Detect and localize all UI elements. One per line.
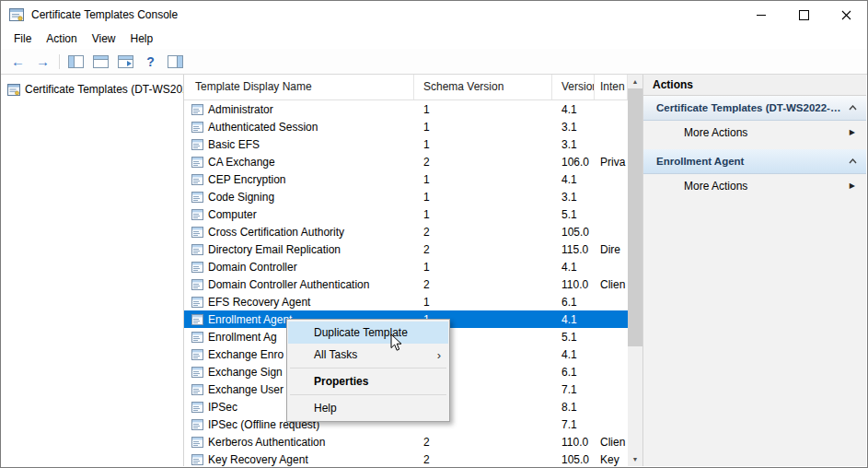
menu-separator [290, 394, 446, 395]
list-item[interactable]: Key Recovery Agent2105.0Key [184, 450, 628, 466]
list-item[interactable]: Authenticated Session13.1 [184, 118, 628, 135]
list-item[interactable]: Cross Certification Authority2105.0 [184, 223, 628, 240]
version-cell: 3.1 [552, 121, 595, 134]
version-cell: 4.1 [552, 173, 595, 186]
console-tree-pane: Certificate Templates (DT-WS202 [2, 75, 184, 466]
list-item[interactable]: Computer15.1 [184, 205, 628, 223]
action-item-label: More Actions [684, 126, 747, 139]
toolbar-forward-button[interactable]: → [31, 51, 54, 72]
action-item-more-actions[interactable]: More Actions▶ [643, 174, 866, 197]
list-item[interactable]: EFS Recovery Agent16.1 [184, 293, 628, 310]
menu-bar: FileActionViewHelp [1, 29, 867, 49]
version-cell: 4.1 [552, 313, 595, 326]
version-cell: 7.1 [552, 418, 595, 431]
menu-help[interactable]: Help [123, 29, 161, 48]
toolbar-separator [59, 54, 60, 69]
actions-group-header[interactable]: Certificate Templates (DT-WS2022-01... [643, 96, 866, 121]
app-icon [9, 8, 24, 22]
toolbar-help-button[interactable]: ? [139, 51, 162, 72]
version-cell: 106.0 [552, 156, 595, 169]
schema-version-cell: 1 [414, 296, 552, 309]
close-button[interactable] [825, 1, 867, 29]
list-item[interactable]: Domain Controller14.1 [184, 258, 628, 275]
template-name-cell: EFS Recovery Agent [184, 296, 414, 309]
export-list-icon [118, 55, 133, 68]
menu-view[interactable]: View [85, 29, 123, 48]
list-item[interactable]: CEP Encryption14.1 [184, 170, 628, 188]
collapse-chevron-icon[interactable] [849, 105, 857, 111]
list-item[interactable]: Kerberos Authentication2110.0Clien [184, 433, 628, 450]
menu-action[interactable]: Action [39, 29, 84, 48]
minimize-icon [757, 15, 766, 16]
context-menu-item-properties[interactable]: Properties [288, 370, 448, 392]
help-icon: ? [146, 54, 155, 69]
forward-icon: → [36, 54, 50, 68]
list-scrollbar[interactable]: ▲ ▼ [628, 75, 642, 466]
list-item[interactable]: Code Signing13.1 [184, 188, 628, 205]
template-name-cell: Directory Email Replication [184, 243, 414, 256]
template-name-cell: Cross Certification Authority [184, 226, 414, 239]
schema-version-cell: 2 [414, 436, 552, 449]
properties-icon [93, 55, 109, 68]
toolbar-properties-button[interactable] [89, 51, 112, 72]
certificate-template-icon [191, 419, 203, 430]
toolbar-show-console-tree-button[interactable] [64, 51, 87, 72]
template-name: Key Recovery Agent [208, 453, 308, 466]
template-name: Exchange Sign [208, 366, 283, 379]
certificate-template-icon [191, 402, 203, 413]
list-item[interactable]: CA Exchange2106.0Priva [184, 153, 628, 170]
context-menu-item-help[interactable]: Help [288, 397, 448, 419]
schema-version-cell: 1 [414, 261, 552, 274]
column-header-version[interactable]: Version [552, 75, 595, 99]
schema-version-cell: 1 [414, 138, 552, 151]
scrollbar-up-arrow[interactable]: ▲ [628, 75, 642, 88]
toolbar-back-button[interactable]: ← [6, 51, 29, 72]
template-name-cell: Domain Controller Authentication [184, 278, 414, 291]
certificate-template-icon [191, 349, 203, 360]
context-menu-item-duplicate-template[interactable]: Duplicate Template [288, 322, 448, 344]
list-item[interactable]: Administrator14.1 [184, 100, 628, 118]
menu-file[interactable]: File [6, 29, 39, 48]
collapse-chevron-icon[interactable] [849, 158, 857, 164]
schema-version-cell: 1 [414, 173, 552, 186]
toolbar-show-action-pane-button[interactable] [164, 51, 187, 72]
schema-version-cell: 2 [414, 278, 552, 291]
template-name-cell: Computer [184, 208, 414, 221]
close-icon [841, 10, 851, 20]
template-name: Directory Email Replication [208, 243, 341, 256]
context-menu-item-label: Help [314, 402, 337, 415]
intended-purposes-cell: Dire [595, 243, 628, 256]
window-title: Certificate Templates Console [31, 8, 178, 21]
scrollbar-thumb[interactable] [628, 88, 642, 346]
minimize-button[interactable] [740, 1, 782, 29]
certificate-template-icon [191, 139, 203, 150]
action-item-more-actions[interactable]: More Actions▶ [643, 121, 866, 144]
column-header-schema[interactable]: Schema Version [414, 75, 552, 99]
toolbar-export-list-button[interactable] [114, 51, 137, 72]
column-header-purpose[interactable]: Inten [595, 75, 628, 99]
version-cell: 8.1 [552, 401, 595, 414]
actions-group-title: Enrollment Agent [656, 156, 841, 167]
template-name-cell: Code Signing [184, 191, 414, 204]
actions-pane-title: Actions [643, 75, 866, 96]
context-menu-item-all-tasks[interactable]: All Tasks› [288, 344, 448, 366]
version-cell: 5.1 [552, 331, 595, 344]
context-menu: Duplicate TemplateAll Tasks›PropertiesHe… [286, 319, 450, 422]
certificate-template-icon [191, 122, 203, 133]
tree-item-certificate-templates[interactable]: Certificate Templates (DT-WS202 [2, 80, 183, 99]
column-header-name[interactable]: Template Display Name [184, 75, 414, 99]
list-item[interactable]: Directory Email Replication2115.0Dire [184, 240, 628, 258]
certificate-template-icon [191, 367, 203, 378]
menu-separator [290, 368, 446, 369]
certificate-templates-console-window: Certificate Templates Console FileAction… [0, 0, 868, 468]
version-cell: 5.1 [552, 208, 595, 221]
context-menu-item-label: Properties [314, 375, 368, 388]
maximize-button[interactable] [782, 1, 825, 29]
actions-group-header[interactable]: Enrollment Agent [643, 149, 866, 174]
version-cell: 105.0 [552, 226, 595, 239]
schema-version-cell: 1 [414, 208, 552, 221]
list-item[interactable]: Basic EFS13.1 [184, 135, 628, 153]
list-item[interactable]: Domain Controller Authentication2110.0Cl… [184, 275, 628, 293]
actions-group-certificate-templates-dt-ws2022-01: Certificate Templates (DT-WS2022-01...Mo… [643, 96, 866, 144]
scrollbar-down-arrow[interactable]: ▼ [628, 452, 642, 466]
